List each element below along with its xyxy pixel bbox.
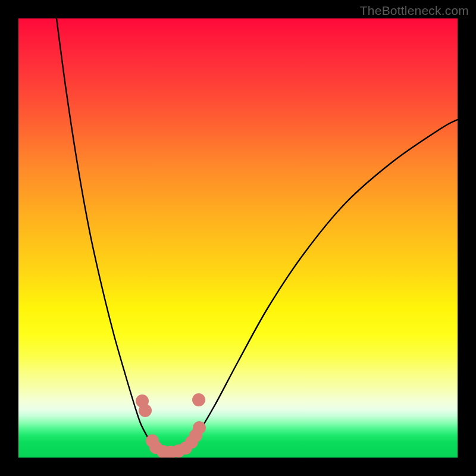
marker-dot (139, 404, 152, 417)
watermark-text: TheBottleneck.com (360, 4, 469, 18)
plot-area (18, 18, 458, 458)
curve-right-branch (185, 120, 458, 450)
v-curve (57, 18, 458, 452)
marker-dot (192, 393, 205, 406)
outer-frame: TheBottleneck.com (0, 0, 476, 476)
salmon-markers (136, 393, 206, 458)
marker-dot (193, 421, 206, 434)
curve-left-branch (57, 18, 158, 449)
curve-overlay (18, 18, 458, 458)
